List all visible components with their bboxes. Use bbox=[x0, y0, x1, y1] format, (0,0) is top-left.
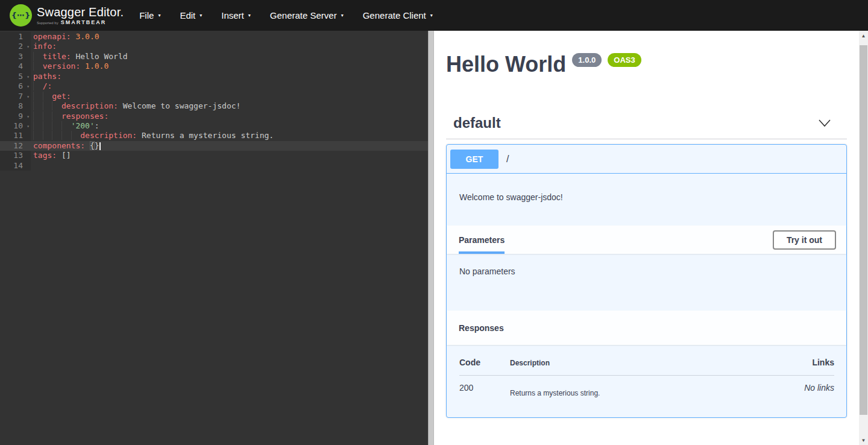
header-code: Code bbox=[459, 358, 510, 367]
code-line[interactable]: 12components: {} bbox=[0, 141, 428, 151]
line-number: 10▾ bbox=[0, 121, 31, 131]
line-number: 8 bbox=[0, 101, 31, 111]
code-text: info: bbox=[31, 42, 428, 51]
line-number: 9▾ bbox=[0, 112, 31, 121]
code-text: responses: bbox=[31, 112, 428, 121]
menu-caret-icon: ▾ bbox=[341, 13, 344, 18]
swagger-editor-brand[interactable]: {⋯} Swagger Editor. Supported by SMARTBE… bbox=[10, 4, 124, 27]
brand-subtitle-prefix: Supported by bbox=[37, 21, 58, 25]
text-cursor bbox=[99, 142, 101, 150]
code-text: version: 1.0.0 bbox=[31, 62, 428, 71]
yaml-editor[interactable]: 1openapi: 3.0.02▾info:3 title: Hello Wor… bbox=[0, 31, 428, 445]
line-number: 1 bbox=[0, 32, 31, 42]
tag-name: default bbox=[453, 115, 501, 131]
code-line[interactable]: 9▾ responses: bbox=[0, 112, 428, 121]
pane-splitter[interactable] bbox=[428, 31, 434, 445]
code-line[interactable]: 13tags: [] bbox=[0, 151, 428, 160]
code-text bbox=[31, 161, 428, 171]
line-number: 6▾ bbox=[0, 81, 31, 91]
code-text: tags: [] bbox=[31, 151, 428, 160]
tab-parameters[interactable]: Parameters bbox=[459, 226, 505, 254]
menu-label: File bbox=[139, 10, 154, 21]
menu-label: Generate Server bbox=[270, 10, 337, 21]
opblock-get: GET / Welcome to swagger-jsdoc! Paramete… bbox=[446, 144, 847, 418]
line-number: 13 bbox=[0, 151, 31, 160]
tag-section-default[interactable]: default bbox=[446, 115, 847, 139]
fold-toggle-icon[interactable]: ▾ bbox=[27, 92, 30, 102]
line-number: 5▾ bbox=[0, 72, 31, 81]
responses-header: Responses bbox=[447, 311, 846, 345]
menu-edit[interactable]: Edit▾ bbox=[177, 7, 204, 24]
scrollbar-up-arrow[interactable]: ▲ bbox=[859, 31, 868, 40]
parameters-body: No parameters bbox=[447, 254, 846, 311]
no-parameters-message: No parameters bbox=[459, 267, 515, 276]
code-line[interactable]: 7▾ get: bbox=[0, 92, 428, 101]
code-line[interactable]: 8 description: Welcome to swagger-jsdoc! bbox=[0, 101, 428, 111]
menu-file[interactable]: File▾ bbox=[137, 7, 163, 24]
line-number: 12 bbox=[0, 141, 31, 151]
api-title: Hello World bbox=[446, 53, 566, 76]
parameters-label: Parameters bbox=[459, 235, 505, 245]
topbar: {⋯} Swagger Editor. Supported by SMARTBE… bbox=[0, 0, 868, 31]
menu-insert[interactable]: Insert▾ bbox=[219, 7, 253, 24]
code-text: /: bbox=[31, 81, 428, 91]
code-text: openapi: 3.0.0 bbox=[31, 32, 428, 42]
fold-toggle-icon[interactable]: ▾ bbox=[27, 122, 30, 131]
responses-table: Code Description Links 200Returns a myst… bbox=[459, 358, 834, 397]
header-description: Description bbox=[510, 358, 780, 367]
code-line[interactable]: 11 description: Returns a mysterious str… bbox=[0, 131, 428, 140]
fold-toggle-icon[interactable]: ▾ bbox=[27, 72, 30, 82]
fold-toggle-icon[interactable]: ▾ bbox=[27, 82, 30, 92]
get-method-button[interactable]: GET bbox=[450, 150, 498, 169]
line-number: 14 bbox=[0, 161, 31, 171]
line-number: 3 bbox=[0, 52, 31, 62]
parameters-header: Parameters Try it out bbox=[447, 226, 846, 254]
fold-toggle-icon[interactable]: ▾ bbox=[27, 112, 30, 122]
menu-caret-icon: ▾ bbox=[200, 13, 202, 18]
opblock-summary[interactable]: GET / bbox=[447, 145, 846, 174]
code-line[interactable]: 14 bbox=[0, 161, 428, 171]
menu-caret-icon: ▾ bbox=[430, 13, 433, 18]
menu-generate-client[interactable]: Generate Client▾ bbox=[360, 7, 435, 24]
operation-path: / bbox=[506, 154, 509, 165]
response-description: Returns a mysterious string. bbox=[510, 383, 780, 397]
code-line[interactable]: 1openapi: 3.0.0 bbox=[0, 32, 428, 42]
responses-table-header: Code Description Links bbox=[459, 358, 834, 376]
smartbear-logo: SMARTBEAR bbox=[61, 19, 107, 25]
brand-title: Swagger Editor. bbox=[37, 5, 124, 19]
main-split: 1openapi: 3.0.02▾info:3 title: Hello Wor… bbox=[0, 31, 868, 445]
scrollbar-down-arrow[interactable]: ▼ bbox=[859, 435, 868, 445]
code-line[interactable]: 5▾paths: bbox=[0, 72, 428, 81]
code-text: components: {} bbox=[31, 141, 428, 151]
responses-label: Responses bbox=[459, 323, 504, 333]
response-row: 200Returns a mysterious string.No links bbox=[459, 376, 834, 397]
chevron-down-icon[interactable] bbox=[818, 118, 831, 128]
code-text: title: Hello World bbox=[31, 52, 428, 62]
code-text: description: Returns a mysterious string… bbox=[31, 131, 428, 140]
fold-toggle-icon[interactable]: ▾ bbox=[27, 42, 30, 52]
menu-label: Edit bbox=[180, 10, 195, 21]
code-text: get: bbox=[31, 92, 428, 101]
version-badge: 1.0.0 bbox=[572, 53, 602, 67]
line-number: 4 bbox=[0, 62, 31, 71]
code-line[interactable]: 6▾ /: bbox=[0, 81, 428, 91]
responses-table-rows: 200Returns a mysterious string.No links bbox=[459, 376, 834, 397]
response-code: 200 bbox=[459, 383, 510, 393]
menu-generate-server[interactable]: Generate Server▾ bbox=[268, 7, 346, 24]
menu-caret-icon: ▾ bbox=[248, 13, 251, 18]
menu-caret-icon: ▾ bbox=[158, 13, 160, 18]
code-line[interactable]: 4 version: 1.0.0 bbox=[0, 62, 428, 71]
swagger-logo-icon: {⋯} bbox=[10, 4, 32, 27]
code-line[interactable]: 10▾ '200': bbox=[0, 121, 428, 131]
response-links: No links bbox=[780, 383, 834, 393]
scrollbar-thumb[interactable] bbox=[860, 45, 867, 415]
code-text: description: Welcome to swagger-jsdoc! bbox=[31, 101, 428, 111]
code-line[interactable]: 2▾info: bbox=[0, 42, 428, 51]
try-it-out-button[interactable]: Try it out bbox=[773, 230, 836, 250]
responses-body: Code Description Links 200Returns a myst… bbox=[447, 345, 846, 417]
vertical-scrollbar[interactable]: ▲ ▼ bbox=[859, 31, 868, 445]
api-info-header: Hello World 1.0.0 OAS3 bbox=[446, 53, 847, 76]
oas3-badge: OAS3 bbox=[608, 53, 641, 67]
code-text: paths: bbox=[31, 72, 428, 81]
code-line[interactable]: 3 title: Hello World bbox=[0, 52, 428, 62]
